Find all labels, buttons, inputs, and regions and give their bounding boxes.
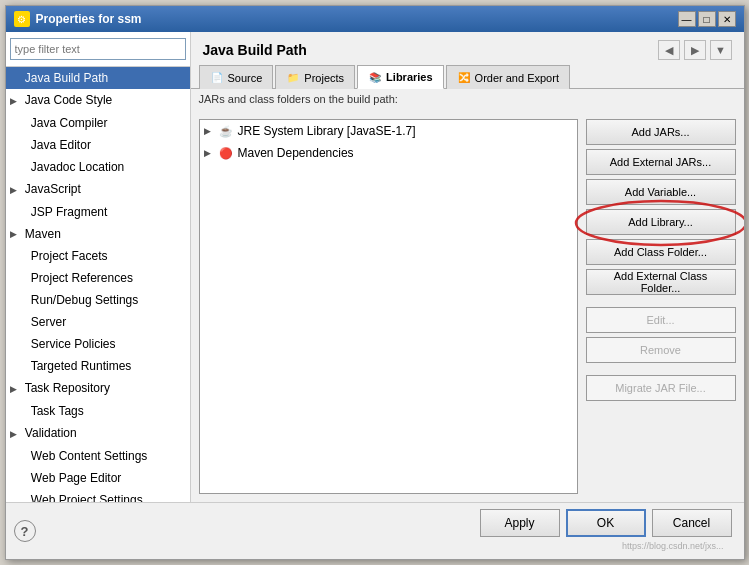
add-library-button[interactable]: Add Library... (586, 209, 736, 235)
sidebar-item-java-build-path[interactable]: Java Build Path (6, 67, 190, 89)
bottom-right: Apply OK Cancel https://blog.csdn.net/jx… (480, 509, 732, 553)
minimize-button[interactable]: — (678, 11, 696, 27)
arrow-icon: ▶ (10, 380, 22, 398)
libraries-tab-icon: 📚 (368, 70, 382, 84)
arrow-icon: ▶ (10, 425, 22, 443)
maven-arrow-icon: ▶ (204, 144, 218, 162)
header-nav: ◀ ▶ ▼ (658, 40, 732, 60)
add-external-jars-button[interactable]: Add External JARs... (586, 149, 736, 175)
sidebar-item-maven[interactable]: ▶ Maven (6, 223, 190, 246)
add-jars-button[interactable]: Add JARs... (586, 119, 736, 145)
help-button[interactable]: ? (14, 520, 36, 542)
properties-dialog: ⚙ Properties for ssm — □ ✕ Java Build Pa… (5, 5, 745, 560)
bottom-row: ? Apply OK Cancel https://blog.csdn.net/… (6, 502, 744, 559)
ok-button[interactable]: OK (566, 509, 646, 537)
title-bar-left: ⚙ Properties for ssm (14, 11, 142, 27)
description-text: JARs and class folders on the build path… (191, 89, 744, 111)
sidebar-tree: Java Build Path ▶ Java Code Style Java C… (6, 67, 190, 502)
dialog-icon: ⚙ (14, 11, 30, 27)
action-buttons: Add JARs... Add External JARs... Add Var… (586, 119, 736, 494)
arrow-icon: ▶ (10, 92, 22, 110)
bottom-buttons: Apply OK Cancel (480, 509, 732, 537)
order-export-tab-icon: 🔀 (457, 71, 471, 85)
sidebar-item-java-editor[interactable]: Java Editor (6, 134, 190, 156)
watermark-text: https://blog.csdn.net/jxs... (622, 541, 732, 553)
sidebar-item-jsp-fragment[interactable]: JSP Fragment (6, 201, 190, 223)
sidebar-item-targeted-runtimes[interactable]: Targeted Runtimes (6, 355, 190, 377)
sidebar-item-javadoc-location[interactable]: Javadoc Location (6, 156, 190, 178)
arrow-icon: ▶ (10, 225, 22, 243)
sidebar-item-service-policies[interactable]: Service Policies (6, 333, 190, 355)
sidebar-item-task-repository[interactable]: ▶ Task Repository (6, 377, 190, 400)
remove-button[interactable]: Remove (586, 337, 736, 363)
title-bar: ⚙ Properties for ssm — □ ✕ (6, 6, 744, 32)
maven-icon: 🔴 (218, 145, 234, 161)
nav-back-button[interactable]: ◀ (658, 40, 680, 60)
apply-button[interactable]: Apply (480, 509, 560, 537)
build-item-maven[interactable]: ▶ 🔴 Maven Dependencies (200, 142, 577, 164)
sidebar-item-java-code-style[interactable]: ▶ Java Code Style (6, 89, 190, 112)
add-library-wrapper: Add Library... (586, 209, 736, 235)
nav-dropdown-button[interactable]: ▼ (710, 40, 732, 60)
add-class-folder-button[interactable]: Add Class Folder... (586, 239, 736, 265)
add-external-class-folder-button[interactable]: Add External Class Folder... (586, 269, 736, 295)
left-panel: Java Build Path ▶ Java Code Style Java C… (6, 32, 191, 502)
jre-arrow-icon: ▶ (204, 122, 218, 140)
tabs-bar: 📄 Source 📁 Projects 📚 Libraries 🔀 Order … (191, 64, 744, 89)
tab-order-export[interactable]: 🔀 Order and Export (446, 65, 570, 89)
sidebar-item-project-references[interactable]: Project References (6, 267, 190, 289)
sidebar-item-web-page-editor[interactable]: Web Page Editor (6, 467, 190, 489)
close-button[interactable]: ✕ (718, 11, 736, 27)
maximize-button[interactable]: □ (698, 11, 716, 27)
title-buttons: — □ ✕ (678, 11, 736, 27)
tab-source[interactable]: 📄 Source (199, 65, 274, 89)
build-path-list: ▶ ☕ JRE System Library [JavaSE-1.7] ▶ 🔴 … (199, 119, 578, 494)
sidebar-item-server[interactable]: Server (6, 311, 190, 333)
right-panel: Java Build Path ◀ ▶ ▼ 📄 Source 📁 Project… (191, 32, 744, 502)
panel-header: Java Build Path ◀ ▶ ▼ (191, 32, 744, 64)
dialog-body: Java Build Path ▶ Java Code Style Java C… (6, 32, 744, 502)
arrow-icon: ▶ (10, 181, 22, 199)
sidebar-item-task-tags[interactable]: Task Tags (6, 400, 190, 422)
sidebar-item-project-facets[interactable]: Project Facets (6, 245, 190, 267)
cancel-button[interactable]: Cancel (652, 509, 732, 537)
panel-title: Java Build Path (203, 42, 307, 58)
filter-wrapper (6, 32, 190, 67)
sidebar-item-web-content-settings[interactable]: Web Content Settings (6, 445, 190, 467)
sidebar-item-java-compiler[interactable]: Java Compiler (6, 112, 190, 134)
dialog-title: Properties for ssm (36, 12, 142, 26)
migrate-jar-button[interactable]: Migrate JAR File... (586, 375, 736, 401)
tab-projects[interactable]: 📁 Projects (275, 65, 355, 89)
sidebar-item-web-project-settings[interactable]: Web Project Settings (6, 489, 190, 502)
source-tab-icon: 📄 (210, 71, 224, 85)
sidebar-item-validation[interactable]: ▶ Validation (6, 422, 190, 445)
sidebar-item-javascript[interactable]: ▶ JavaScript (6, 178, 190, 201)
sidebar-item-run-debug-settings[interactable]: Run/Debug Settings (6, 289, 190, 311)
nav-forward-button[interactable]: ▶ (684, 40, 706, 60)
jre-icon: ☕ (218, 123, 234, 139)
projects-tab-icon: 📁 (286, 71, 300, 85)
filter-input[interactable] (10, 38, 186, 60)
tab-libraries[interactable]: 📚 Libraries (357, 65, 443, 89)
build-item-jre[interactable]: ▶ ☕ JRE System Library [JavaSE-1.7] (200, 120, 577, 142)
content-area: ▶ ☕ JRE System Library [JavaSE-1.7] ▶ 🔴 … (191, 111, 744, 502)
help-area: ? (14, 520, 36, 542)
edit-button[interactable]: Edit... (586, 307, 736, 333)
add-variable-button[interactable]: Add Variable... (586, 179, 736, 205)
